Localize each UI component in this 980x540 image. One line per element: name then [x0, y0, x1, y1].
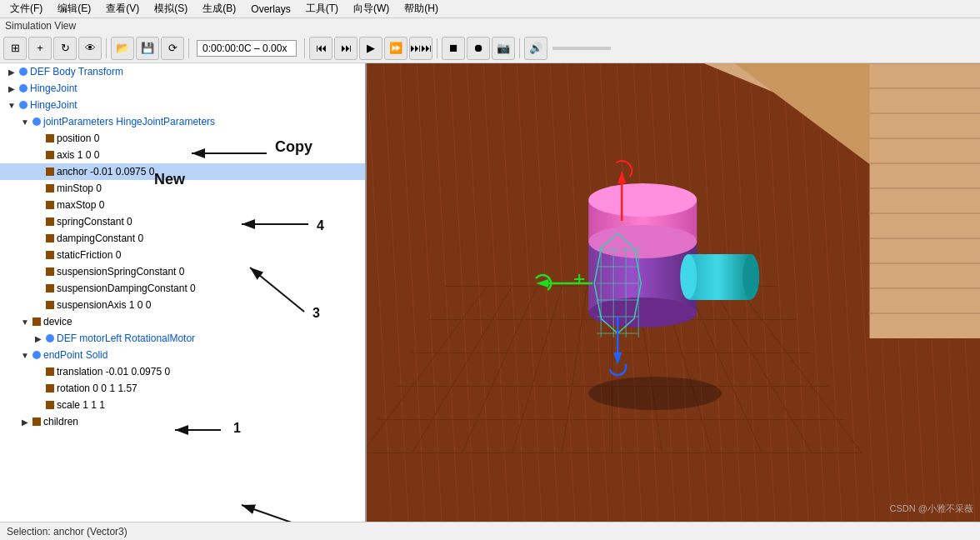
- toolbar-play-btn[interactable]: ▶: [359, 37, 382, 60]
- square-icon: [46, 184, 54, 192]
- tree-item[interactable]: suspensionAxis 1 0 0: [0, 297, 365, 313]
- square-icon: [46, 401, 54, 409]
- toolbar-sep4: [437, 38, 438, 58]
- tree-item[interactable]: ▶DEF motorLeft RotationalMotor: [0, 330, 365, 347]
- menu-overlays[interactable]: Overlays: [244, 2, 297, 17]
- svg-line-11: [242, 505, 308, 522]
- tree-item-label: DEF motorLeft RotationalMotor: [57, 332, 195, 344]
- menu-file[interactable]: 文件(F): [3, 0, 49, 18]
- tree-item[interactable]: minStop 0: [0, 180, 365, 197]
- tree-item-label: suspensionAxis 1 0 0: [57, 299, 151, 311]
- square-icon: [46, 301, 54, 309]
- tree-item[interactable]: ▶HingeJoint: [0, 80, 365, 97]
- tree-container: ▶DEF Body Transform▶HingeJoint▼HingeJoin…: [0, 63, 365, 430]
- tree-item-label: jointParameters HingeJointParameters: [43, 116, 215, 128]
- statusbar: Selection: anchor (Vector3): [0, 522, 980, 540]
- tree-item-label: springConstant 0: [57, 216, 132, 228]
- sphere-icon: [19, 101, 28, 109]
- tree-panel[interactable]: ▶DEF Body Transform▶HingeJoint▼HingeJoin…: [0, 63, 367, 522]
- tree-item[interactable]: rotation 0 0 1 1.57: [0, 380, 365, 397]
- sim-view-label: Simulation View: [0, 18, 980, 33]
- toolbar-new-btn[interactable]: ⊞: [3, 37, 27, 60]
- toolbar-faster-btn[interactable]: ⏭⏭: [409, 37, 432, 60]
- tree-item-label: dampingConstant 0: [57, 232, 143, 244]
- toolbar-open-btn[interactable]: 📂: [111, 37, 134, 60]
- tree-item-label: rotation 0 0 1 1.57: [57, 382, 138, 394]
- tree-item-label: HingeJoint: [30, 99, 78, 111]
- tree-item[interactable]: position 0: [0, 130, 365, 147]
- menu-wizard[interactable]: 向导(W): [347, 0, 396, 18]
- view-panel: CSDN @小雅不采薇: [367, 63, 980, 522]
- tree-arrow-icon[interactable]: ▶: [20, 418, 30, 427]
- tree-item-label: position 0: [57, 132, 99, 144]
- square-icon: [46, 251, 54, 259]
- tree-arrow-icon[interactable]: ▶: [7, 84, 17, 93]
- tree-arrow-icon[interactable]: ▶: [33, 334, 43, 343]
- toolbar-fast-btn[interactable]: ⏩: [384, 37, 408, 60]
- toolbar-reset-btn[interactable]: ⟳: [161, 37, 184, 60]
- volume-slider[interactable]: [552, 47, 611, 50]
- toolbar-eye-btn[interactable]: 👁: [78, 37, 102, 60]
- tree-item-label: scale 1 1 1: [57, 399, 105, 411]
- toolbar-sep5: [519, 38, 520, 58]
- menu-simulate[interactable]: 模拟(S): [148, 0, 194, 18]
- tree-item-label: translation -0.01 0.0975 0: [57, 366, 170, 378]
- toolbar-record-btn[interactable]: ⏺: [467, 37, 490, 60]
- tree-item[interactable]: maxStop 0: [0, 197, 365, 213]
- tree-item[interactable]: ▼device: [0, 313, 365, 330]
- tree-item[interactable]: scale 1 1 1: [0, 397, 365, 413]
- menu-build[interactable]: 生成(B): [196, 0, 242, 18]
- tree-item-label: suspensionSpringConstant 0: [57, 266, 184, 278]
- tree-arrow-icon[interactable]: ▼: [7, 101, 17, 110]
- menu-edit[interactable]: 编辑(E): [51, 0, 98, 18]
- toolbar-volume-btn[interactable]: 🔊: [524, 37, 548, 60]
- square-icon: [46, 284, 54, 292]
- tree-item[interactable]: staticFriction 0: [0, 247, 365, 263]
- tree-arrow-icon[interactable]: ▼: [20, 351, 30, 360]
- tree-item[interactable]: suspensionDampingConstant 0: [0, 280, 365, 297]
- tree-item[interactable]: ▶children: [0, 413, 365, 430]
- tree-item[interactable]: dampingConstant 0: [0, 230, 365, 247]
- toolbar-stop-btn[interactable]: ⏹: [442, 37, 465, 60]
- square-icon: [46, 151, 54, 159]
- tree-item-label: endPoint Solid: [43, 349, 108, 361]
- square-icon: [46, 234, 54, 242]
- tree-item[interactable]: translation -0.01 0.0975 0: [0, 363, 365, 380]
- toolbar-save-btn[interactable]: 💾: [136, 37, 159, 60]
- view-3d-canvas[interactable]: [367, 63, 980, 522]
- tree-item[interactable]: axis 1 0 0: [0, 147, 365, 163]
- toolbar-refresh-btn[interactable]: ↻: [53, 37, 77, 60]
- tree-item[interactable]: suspensionSpringConstant 0: [0, 263, 365, 280]
- square-icon: [32, 418, 41, 426]
- tree-item[interactable]: ▶DEF Body Transform: [0, 63, 365, 80]
- square-icon: [46, 218, 54, 226]
- tree-item[interactable]: anchor -0.01 0.0975 0: [0, 163, 365, 180]
- main-area: ▶DEF Body Transform▶HingeJoint▼HingeJoin…: [0, 63, 980, 522]
- tree-item-label: axis 1 0 0: [57, 149, 99, 161]
- tree-item-label: minStop 0: [57, 182, 102, 194]
- tree-item-label: HingeJoint: [30, 82, 78, 94]
- square-icon: [46, 384, 54, 392]
- square-icon: [46, 368, 54, 376]
- tree-item[interactable]: ▼jointParameters HingeJointParameters: [0, 113, 365, 130]
- tree-item[interactable]: ▼endPoint Solid: [0, 347, 365, 363]
- menu-help[interactable]: 帮助(H): [398, 0, 445, 18]
- menu-view[interactable]: 查看(V): [99, 0, 146, 18]
- toolbar-step-btn[interactable]: ⏭: [334, 37, 358, 60]
- menu-tools[interactable]: 工具(T): [299, 0, 345, 18]
- toolbar: ⊞ + ↻ 👁 📂 💾 ⟳ 0:00:00:0C – 0.00x ⏮ ⏭ ▶ ⏩…: [0, 33, 980, 63]
- tree-item-label: maxStop 0: [57, 199, 104, 211]
- tree-item-label: suspensionDampingConstant 0: [57, 282, 196, 294]
- tree-arrow-icon[interactable]: ▶: [7, 68, 17, 77]
- toolbar-add-btn[interactable]: +: [28, 37, 52, 60]
- time-sep: –: [254, 42, 262, 54]
- tree-arrow-icon[interactable]: ▼: [20, 318, 30, 327]
- tree-item[interactable]: ▼HingeJoint: [0, 97, 365, 113]
- tree-item[interactable]: springConstant 0: [0, 213, 365, 230]
- toolbar-rewind-btn[interactable]: ⏮: [309, 37, 332, 60]
- menubar: 文件(F) 编辑(E) 查看(V) 模拟(S) 生成(B) Overlays 工…: [0, 0, 980, 18]
- time-speed: 0.00x: [262, 42, 287, 54]
- toolbar-screenshot-btn[interactable]: 📷: [492, 37, 515, 60]
- square-icon: [46, 201, 54, 209]
- tree-arrow-icon[interactable]: ▼: [20, 118, 30, 127]
